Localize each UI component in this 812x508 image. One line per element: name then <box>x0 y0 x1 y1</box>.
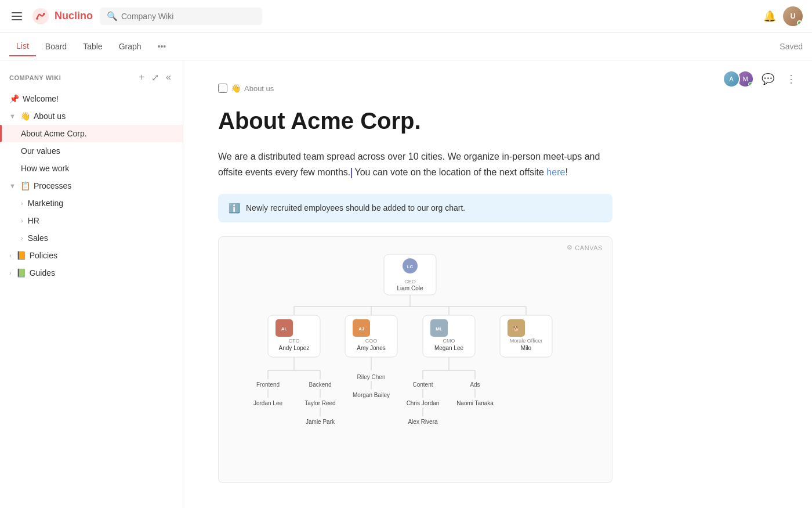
tab-table[interactable]: Table <box>76 37 109 56</box>
chevron-right-icon-hr: › <box>21 217 23 224</box>
saved-status: Saved <box>780 42 803 51</box>
document-body: We are a distributed team spread across … <box>218 149 612 180</box>
logo-text: Nuclino <box>55 10 93 22</box>
body-text-2: You can vote on the location of the next… <box>354 167 543 177</box>
sidebar-item-hr[interactable]: › HR <box>0 212 183 229</box>
comments-button[interactable]: 💬 <box>759 70 777 88</box>
more-options-button[interactable]: ⋮ <box>782 70 800 88</box>
svg-text:Chris Jordan: Chris Jordan <box>407 400 440 406</box>
svg-text:CMO: CMO <box>443 338 455 344</box>
sidebar-icon-policies: 📙 <box>16 251 26 260</box>
svg-text:Naomi Tanaka: Naomi Tanaka <box>456 400 494 406</box>
kebab-icon: ⋮ <box>786 73 796 85</box>
sidebar-item-about-acme[interactable]: About Acme Corp. <box>0 125 183 142</box>
sidebar-item-how-we-work[interactable]: How we work <box>0 160 183 177</box>
sidebar-header: COMPANY WIKI + ⤢ « <box>0 65 183 90</box>
svg-text:AL: AL <box>281 326 288 332</box>
chevron-right-icon-marketing: › <box>21 200 23 207</box>
tab-board[interactable]: Board <box>38 37 74 56</box>
search-bar[interactable]: 🔍 <box>100 8 262 25</box>
chevron-down-icon-processes: ▼ <box>9 182 16 189</box>
svg-text:Liam Cole: Liam Cole <box>397 285 423 291</box>
svg-text:Morgan Bailey: Morgan Bailey <box>353 392 390 398</box>
sidebar-item-policies[interactable]: › 📙 Policies <box>0 247 183 264</box>
collaborator-avatars: A M <box>726 70 754 88</box>
svg-text:Jordan Lee: Jordan Lee <box>253 400 282 406</box>
tab-list[interactable]: List <box>9 37 36 56</box>
sidebar-item-sales[interactable]: › Sales <box>0 229 183 247</box>
logo[interactable]: Nuclino <box>31 7 93 26</box>
sidebar-label-about-acme: About Acme Corp. <box>21 129 161 138</box>
comment-icon: 💬 <box>762 73 774 85</box>
view-tabs: List Board Table Graph ••• Saved <box>0 33 812 60</box>
sidebar-label-marketing: Marketing <box>28 199 161 208</box>
svg-text:Andy Lopez: Andy Lopez <box>279 345 310 351</box>
sidebar-item-our-values[interactable]: Our values <box>0 142 183 160</box>
collab-avatar-1: A <box>723 70 740 88</box>
sidebar-item-processes[interactable]: ▼ 📋 Processes <box>0 177 183 194</box>
text-cursor <box>351 168 352 178</box>
svg-text:CEO: CEO <box>404 279 416 284</box>
svg-text:COO: COO <box>365 338 378 344</box>
sidebar-label-hr: HR <box>28 216 161 225</box>
sidebar-label-sales: Sales <box>28 233 161 243</box>
user-avatar[interactable]: U <box>783 6 803 26</box>
sidebar-item-guides[interactable]: › 📗 Guides <box>0 264 183 282</box>
add-item-button[interactable]: + <box>137 70 147 85</box>
sidebar-label-our-values: Our values <box>21 146 161 156</box>
sidebar-icon-about-us: 👋 <box>20 111 30 121</box>
here-link[interactable]: here <box>546 167 565 177</box>
hamburger-menu[interactable] <box>9 10 24 23</box>
svg-text:Jamie Park: Jamie Park <box>306 419 335 425</box>
topbar-right: 🔔 U <box>763 6 803 26</box>
content-toolbar: A M 💬 ⋮ <box>726 70 800 88</box>
svg-text:Milo: Milo <box>521 345 532 351</box>
svg-text:ML: ML <box>436 326 443 332</box>
search-icon: 🔍 <box>107 11 118 21</box>
more-options-icon[interactable]: ••• <box>153 37 171 56</box>
canvas-label: ⚙ CANVAS <box>567 244 603 251</box>
sidebar-label-how-we-work: How we work <box>21 164 161 173</box>
online-indicator <box>797 20 802 26</box>
chevron-right-icon-policies: › <box>9 252 12 259</box>
document-title: About Acme Corp. <box>218 107 777 135</box>
sidebar-title: COMPANY WIKI <box>9 74 132 81</box>
expand-icon[interactable]: ⤢ <box>149 70 161 85</box>
sidebar-label-guides: Guides <box>30 268 161 278</box>
search-input[interactable] <box>121 12 255 21</box>
canvas-container: ⚙ CANVAS LC CEO Liam Cole <box>218 236 612 483</box>
sidebar-icon-welcome: 📌 <box>9 94 19 103</box>
info-icon: ℹ️ <box>229 203 240 214</box>
svg-text:Content: Content <box>412 381 433 388</box>
svg-text:Ads: Ads <box>470 381 480 388</box>
sidebar-label-processes: Processes <box>34 181 161 190</box>
breadcrumb: 👋 About us <box>218 84 777 93</box>
svg-text:Frontend: Frontend <box>256 381 280 388</box>
sidebar-icon-guides: 📗 <box>16 268 26 278</box>
svg-text:Backend: Backend <box>309 381 332 388</box>
canvas-label-text: CANVAS <box>575 244 603 251</box>
sidebar-label-about-us: About us <box>34 111 161 121</box>
notification-bell[interactable]: 🔔 <box>763 10 776 23</box>
svg-text:AJ: AJ <box>358 326 364 332</box>
svg-text:Alex Rivera: Alex Rivera <box>408 419 438 425</box>
sidebar: COMPANY WIKI + ⤢ « 📌 Welcome! ▼ 👋 About … <box>0 60 183 508</box>
tab-graph[interactable]: Graph <box>112 37 148 56</box>
sidebar-item-welcome[interactable]: 📌 Welcome! <box>0 90 183 107</box>
svg-text:CTO: CTO <box>289 338 300 344</box>
svg-point-2 <box>43 13 45 15</box>
sidebar-item-marketing[interactable]: › Marketing <box>0 194 183 212</box>
svg-point-1 <box>36 17 38 20</box>
main-content: A M 💬 ⋮ 👋 About us About Acme Corp. <box>183 60 812 508</box>
sidebar-icon-processes: 📋 <box>20 181 30 190</box>
breadcrumb-icon: 👋 <box>231 84 241 93</box>
sidebar-item-about-us[interactable]: ▼ 👋 About us <box>0 107 183 125</box>
svg-text:Riley Chen: Riley Chen <box>357 374 386 380</box>
svg-text:Taylor Reed: Taylor Reed <box>304 400 335 406</box>
topbar: Nuclino 🔍 🔔 U <box>0 0 812 33</box>
doc-checkbox[interactable] <box>218 84 227 93</box>
svg-point-0 <box>32 8 49 24</box>
collapse-icon[interactable]: « <box>164 70 173 85</box>
sidebar-actions: + ⤢ « <box>137 70 173 85</box>
svg-text:Amy Jones: Amy Jones <box>357 345 385 351</box>
